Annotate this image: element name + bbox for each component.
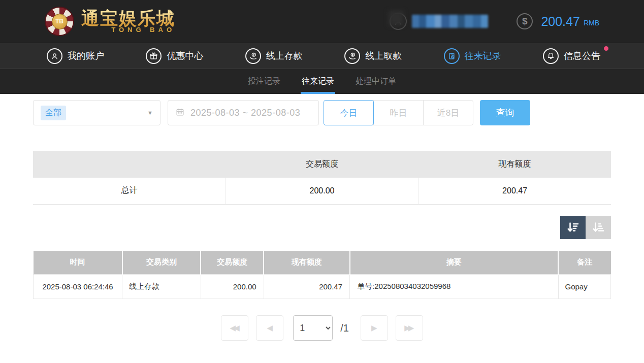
user-icon: [47, 48, 62, 64]
summary-header-transaction-amount: 交易额度: [226, 151, 418, 178]
bell-icon: [543, 48, 559, 64]
col-header-time: 时间: [34, 251, 122, 275]
nav-item-announcements[interactable]: 信息公告: [543, 48, 600, 64]
chevron-down-icon: ▼: [147, 110, 153, 116]
cell-remark: Gopay: [558, 275, 610, 299]
filter-bar: 全部 ▼ 2025-08-03 ~ 2025-08-03 今日 昨日 近8日 查…: [33, 100, 611, 125]
col-header-type: 交易类别: [122, 251, 201, 275]
avatar-blur-overlay: [389, 11, 404, 26]
range-yesterday-button[interactable]: 昨日: [373, 100, 424, 125]
nav-item-my-account[interactable]: 我的账户: [47, 48, 104, 64]
nav-item-transaction-records[interactable]: 往来记录: [444, 48, 501, 64]
cell-amount: 200.00: [201, 275, 264, 299]
summary-total-label: 总计: [33, 178, 226, 204]
date-range-value: 2025-08-03 ~ 2025-08-03: [190, 108, 300, 118]
records-subnav: 投注记录 往来记录 处理中订单: [0, 69, 644, 94]
selected-type-tag: 全部: [41, 106, 66, 120]
tab-pending-orders[interactable]: 处理中订单: [355, 69, 397, 94]
last-page-button[interactable]: ▶▶: [396, 315, 423, 341]
site-title: 通宝娱乐城: [81, 9, 175, 28]
summary-current-amount: 200.47: [418, 178, 611, 204]
site-logo[interactable]: TB 通宝娱乐城 TONG BAO: [45, 7, 175, 36]
cell-type: 线上存款: [122, 275, 201, 299]
username-redacted: [412, 15, 488, 28]
nav-item-withdraw[interactable]: 线上取款: [344, 48, 402, 64]
sort-descending-button[interactable]: [560, 216, 586, 239]
col-header-remark: 备注: [558, 251, 610, 275]
first-page-button[interactable]: ◀◀: [221, 315, 248, 341]
dollar-circle-icon: $: [517, 13, 533, 29]
deposit-coin-hand-icon: [245, 48, 261, 64]
notification-dot: [604, 46, 608, 51]
prev-page-button[interactable]: ◀: [256, 315, 283, 341]
range-today-button[interactable]: 今日: [324, 100, 374, 125]
cell-balance: 200.47: [264, 275, 349, 299]
nav-item-deposit[interactable]: 线上存款: [245, 48, 303, 64]
site-subtitle: TONG BAO: [81, 26, 175, 34]
balance-currency: RMB: [584, 16, 599, 27]
user-avatar-icon: [390, 13, 407, 30]
main-nav: 我的账户 优惠中心 线上存款 线上取款 往来记录 信息公告: [0, 43, 644, 69]
records-header-row: 时间 交易类别 交易额度 现有额度 摘要 备注: [34, 251, 611, 275]
summary-transaction-amount: 200.00: [226, 178, 418, 204]
top-header: TB 通宝娱乐城 TONG BAO $ 200.47 RMB: [0, 0, 644, 43]
summary-header-current-amount: 现有额度: [418, 151, 611, 178]
col-header-balance: 现有额度: [264, 251, 349, 275]
balance-amount: 200.47: [541, 14, 579, 29]
records-table: 时间 交易类别 交易额度 现有额度 摘要 备注 2025-08-03 06:24…: [33, 251, 611, 300]
table-row: 2025-08-03 06:24:46 线上存款 200.00 200.47 单…: [34, 275, 611, 299]
cell-time: 2025-08-03 06:24:46: [34, 275, 122, 299]
casino-chip-icon: TB: [45, 7, 74, 36]
gift-icon: [146, 48, 162, 64]
withdraw-coin-hand-icon: [344, 48, 360, 64]
nav-item-promotions[interactable]: 优惠中心: [146, 48, 203, 64]
col-header-summary: 摘要: [350, 251, 558, 275]
summary-header-empty: [33, 151, 226, 178]
col-header-amount: 交易额度: [201, 251, 264, 275]
search-button[interactable]: 查询: [480, 100, 530, 125]
balance-display[interactable]: $ 200.47 RMB: [517, 13, 599, 29]
next-page-button[interactable]: ▶: [361, 315, 388, 341]
sort-ascending-button[interactable]: [586, 216, 611, 239]
cell-summary: 单号:202508034032059968: [350, 275, 558, 299]
quick-range-group: 今日 昨日 近8日: [324, 100, 473, 125]
page-total-label: /1: [340, 322, 349, 334]
chip-monogram: TB: [52, 14, 68, 29]
calendar-icon: [175, 107, 185, 119]
tab-betting-records[interactable]: 投注记录: [247, 69, 281, 94]
date-range-input[interactable]: 2025-08-03 ~ 2025-08-03: [168, 100, 319, 125]
page-select[interactable]: 1: [293, 315, 333, 341]
tab-transaction-records[interactable]: 往来记录: [301, 69, 335, 94]
summary-header-row: 交易额度 现有额度: [33, 151, 611, 178]
summary-total-row: 总计 200.00 200.47: [33, 178, 611, 204]
sort-controls: [33, 216, 611, 239]
records-clipboard-icon: [444, 48, 460, 64]
transaction-type-select[interactable]: 全部 ▼: [33, 100, 160, 125]
main-content: 全部 ▼ 2025-08-03 ~ 2025-08-03 今日 昨日 近8日 查…: [0, 94, 644, 341]
pagination: ◀◀ ◀ 1 /1 ▶ ▶▶: [33, 315, 611, 341]
range-last8days-button[interactable]: 近8日: [423, 100, 473, 125]
user-account[interactable]: [390, 13, 488, 30]
summary-table: 交易额度 现有额度 总计 200.00 200.47: [33, 151, 611, 205]
